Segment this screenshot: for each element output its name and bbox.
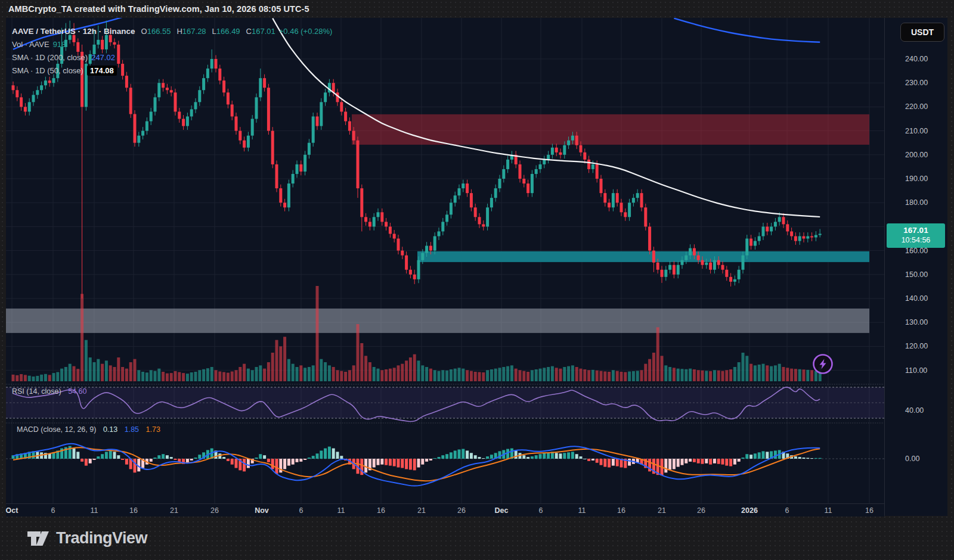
macd-histogram-bar [227,459,230,461]
price-axis-label: 150.00 [905,270,928,279]
candle-body [194,102,197,109]
volume-bar [814,371,817,381]
volume-bar [377,369,380,381]
candle-body [644,207,647,226]
macd-histogram-bar [247,459,250,468]
macd-histogram-bar [364,459,367,472]
macd-histogram-bar [231,459,234,465]
volume-bar [438,371,441,381]
volume-bar [170,373,173,381]
macd-histogram-bar [689,459,692,462]
candle-body [368,222,371,226]
candle-body [632,198,635,203]
candle-body [267,88,270,130]
price-axis-label: 110.00 [905,366,927,375]
macd-histogram-bar [612,459,615,466]
volume-bar [352,365,355,381]
boost-icon[interactable] [814,355,832,374]
candle-body [664,270,667,277]
candle-body [283,203,286,207]
macd-histogram-bar [312,456,315,459]
macd-histogram-bar [389,459,392,466]
time-axis[interactable]: Oct611162126Nov611162126Dec6111621262026… [6,503,884,517]
macd-histogram-bar [681,459,684,465]
sma200-legend-row[interactable]: SMA · 1D (200, close) 247.02 [12,51,332,64]
sma50-legend-row[interactable]: SMA · 1D (50, close) 174.08 [12,64,332,77]
macd-histogram-bar [287,459,290,466]
volume-bar [105,360,108,381]
tradingview-mark-icon [26,528,50,548]
macd-histogram-bar [478,457,481,459]
symbol-legend-row[interactable]: AAVE / TetherUS · 12h · Binance O166.55 … [12,24,332,38]
macd-histogram-bar [80,459,83,462]
candle-body [170,90,173,92]
macd-histogram-bar [563,453,566,459]
volume-bar [271,353,274,381]
candle-body [393,234,396,238]
macd-axis-label: 0.00 [905,455,919,463]
candle-body [803,236,806,238]
volume-bar [628,371,631,381]
macd-histogram-bar [490,455,493,459]
volume-bar [803,369,806,381]
volume-bar [600,371,603,381]
volume-legend-row[interactable]: Vol · AAVE 918 [12,38,332,51]
candle-body [324,92,327,102]
volume-bar [417,360,420,381]
volume-bar [636,371,639,381]
macd-histogram-bar [774,450,777,459]
volume-bar [85,340,88,381]
volume-bar [308,367,311,381]
macd-legend-row[interactable]: MACD (close, 12, 26, 9) 0.13 1.85 1.73 [12,425,160,434]
price-axis-label: 190.00 [905,175,928,183]
macd-histogram-bar [709,459,712,465]
volume-bar [632,371,635,381]
volume-bar [466,370,469,381]
volume-bar [243,364,246,381]
candle-body [478,217,481,224]
macd-histogram-bar [417,459,420,468]
macd-histogram-bar [89,459,92,463]
tradingview-logo[interactable]: TradingView [26,528,147,548]
price-axis[interactable]: USDT 240.00230.00220.00210.00200.00190.0… [884,18,947,516]
volume-bar [705,371,708,381]
volume-bar [154,371,157,381]
candle-body [259,78,262,97]
candle-body [806,236,809,238]
volume-bar [344,372,347,381]
candle-body [52,78,55,83]
candle-body [559,153,562,155]
currency-toggle-button[interactable]: USDT [900,23,944,42]
candle-body [222,80,225,92]
macd-histogram-bar [162,454,165,459]
candle-body [251,119,254,136]
candle-body [263,78,266,88]
candle-body [150,111,153,121]
volume-bar [121,367,124,381]
macd-histogram-bar [555,453,558,459]
page-title: AMBCrypto_TA created with TradingView.co… [8,0,309,18]
candle-body [16,90,18,97]
volume-bar [287,359,290,381]
candle-body [709,263,712,270]
rsi-legend-row[interactable]: RSI (14, close) 54.60 [12,387,86,396]
candle-body [235,116,238,130]
volume-bar [571,365,574,381]
candle-body [778,217,781,222]
candle-body [141,131,144,136]
candle-body [441,222,444,231]
macd-histogram-bar [292,459,295,465]
price-axis-label: 240.00 [905,55,928,63]
price-axis-label: 130.00 [905,318,928,326]
candle-body [470,193,473,207]
macd-histogram-bar [255,458,258,459]
candle-body [421,253,424,260]
volume-bar [215,370,218,381]
volume-bar [693,369,696,381]
sma200-line [674,18,820,42]
candle-body [320,102,323,126]
candle-body [742,256,745,270]
candle-body [438,231,441,236]
macd-histogram-bar [608,459,611,468]
candle-body [243,141,246,148]
